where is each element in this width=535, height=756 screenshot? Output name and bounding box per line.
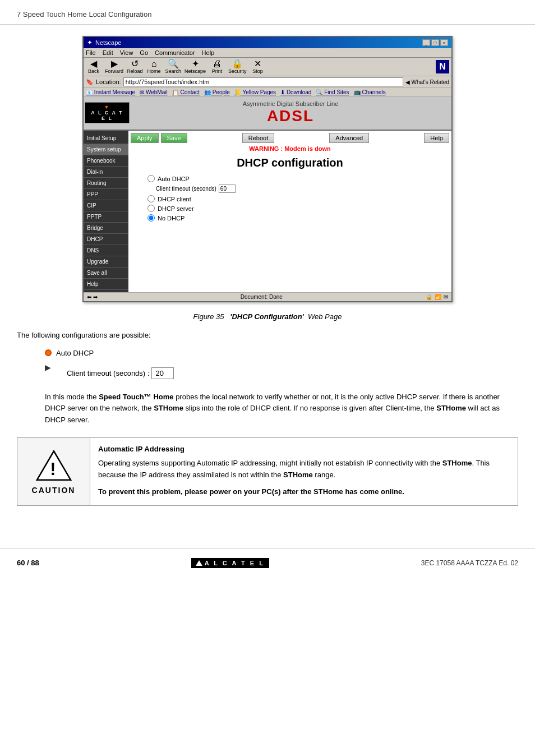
menu-edit[interactable]: Edit	[103, 49, 113, 56]
advanced-button[interactable]: Advanced	[329, 133, 369, 143]
timeout-doc-value: 20	[151, 367, 174, 379]
sidebar-item-upgrade[interactable]: Upgrade	[84, 256, 128, 268]
arrow-icon: ▶	[45, 363, 51, 372]
bookmark-people[interactable]: 👥 People	[204, 89, 230, 95]
status-text: Document: Done	[241, 294, 283, 300]
location-input[interactable]	[123, 77, 403, 86]
status-icons: 🔒 📶 ✉	[426, 294, 448, 300]
adsl-banner: ▼ A L C A T E L Asymmetric Digital Subsc…	[84, 97, 451, 131]
radio-input-dhcp-client[interactable]	[147, 195, 155, 202]
bookmark-webmail[interactable]: ✉ WebMail	[140, 89, 168, 95]
sidebar-item-pptp[interactable]: PPTP	[84, 211, 128, 223]
security-button[interactable]: 🔒 Security	[228, 59, 247, 74]
caution-triangle-icon: !	[34, 449, 73, 482]
sidebar-item-system-setup[interactable]: System setup	[84, 144, 128, 155]
bookmark-instant-message[interactable]: 📧 Instant Message	[86, 89, 135, 95]
status-lock-icon: 🔒	[426, 294, 432, 300]
status-misc-icon: ✉	[444, 294, 448, 300]
caution-body-text: Operating systems supporting Automatic I…	[98, 458, 510, 481]
nav-back-status: ⬅ ➡	[87, 294, 98, 300]
page-header-text: 7 Speed Touch Home Local Configuration	[17, 10, 151, 19]
auto-dhcp-label: Auto DHCP	[158, 176, 190, 182]
caution-sthome-bold-2: STHome	[283, 471, 313, 479]
menu-communicator[interactable]: Communicator	[155, 49, 195, 56]
forward-button[interactable]: ▶ Forward	[105, 59, 123, 74]
sidebar-item-initial-setup[interactable]: Initial Setup	[84, 133, 128, 144]
radio-input-no-dhcp[interactable]	[147, 214, 155, 222]
search-icon: 🔍	[168, 59, 179, 68]
bookmark-find-sites[interactable]: 🔍 Find Sites	[316, 89, 349, 95]
browser-toolbar: ◀ Back ▶ Forward ↺ Reload ⌂ Home 🔍 Searc…	[84, 58, 451, 76]
menu-go[interactable]: Go	[140, 49, 148, 56]
timeout-doc-label: Client timeout (seconds) :	[67, 369, 149, 377]
window-controls[interactable]: _ □ ×	[422, 39, 448, 46]
search-button[interactable]: 🔍 Search	[165, 59, 182, 74]
dhcp-server-label: DHCP server	[158, 205, 194, 212]
menu-file[interactable]: File	[86, 49, 96, 56]
print-button[interactable]: 🖨 Print	[209, 59, 225, 74]
bookmark-channels[interactable]: 📺 Channels	[354, 89, 386, 95]
home-label: Home	[147, 68, 161, 74]
sidebar-item-dhcp[interactable]: DHCP	[84, 234, 128, 245]
apply-button[interactable]: Apply	[131, 133, 159, 143]
sidebar-item-ppp[interactable]: PPP	[84, 189, 128, 200]
dhcp-doc-section: Auto DHCP ▶ Client timeout (seconds) : 2…	[45, 349, 518, 384]
whats-related-label: ◀ What's Related	[405, 79, 449, 85]
browser-title: Netscape	[95, 39, 121, 46]
bookmark-yellow-pages[interactable]: 📒 Yellow Pages	[234, 89, 276, 95]
close-button[interactable]: ×	[440, 39, 448, 46]
bookmarks-bar: 📧 Instant Message ✉ WebMail 📋 Contact 👥 …	[84, 88, 451, 97]
radio-input-dhcp-server[interactable]	[147, 205, 155, 212]
radio-dhcp-client[interactable]: DHCP client	[147, 195, 449, 202]
caution-text-area: Automatic IP Addressing Operating system…	[90, 438, 518, 505]
netscape-icon: ✦	[87, 39, 93, 47]
sidebar-item-help[interactable]: Help	[84, 279, 128, 290]
adsl-title: ADSL	[131, 107, 450, 125]
menu-help[interactable]: Help	[202, 49, 215, 56]
doc-reference: 3EC 17058 AAAA TCZZA Ed. 02	[421, 559, 518, 567]
help-button[interactable]: Help	[424, 133, 449, 143]
back-icon: ◀	[90, 59, 97, 68]
radio-no-dhcp[interactable]: No DHCP	[147, 214, 449, 222]
maximize-button[interactable]: □	[431, 39, 439, 46]
timeout-doc-row: ▶ Client timeout (seconds) : 20	[45, 363, 518, 384]
alcatel-triangle-icon	[196, 560, 202, 566]
menu-view[interactable]: View	[120, 49, 133, 56]
radio-input-auto-dhcp[interactable]	[147, 175, 155, 182]
netscape-logo: N	[436, 60, 449, 73]
timeout-doc-section: Client timeout (seconds) : 20	[67, 367, 174, 379]
action-bar: Apply Save Reboot Advanced Help	[131, 133, 449, 143]
back-button[interactable]: ◀ Back	[86, 59, 102, 74]
sidebar-item-dial-in[interactable]: Dial-in	[84, 167, 128, 178]
banner-subtitle: Asymmetric Digital Subscriber Line	[131, 100, 450, 107]
netscape-button[interactable]: ✦ Netscape	[185, 59, 206, 74]
svg-text:!: !	[50, 459, 56, 479]
bookmark-contact[interactable]: 📋 Contact	[172, 89, 200, 95]
radio-dhcp-server[interactable]: DHCP server	[147, 205, 449, 212]
reboot-button[interactable]: Reboot	[242, 133, 274, 143]
dhcp-options: Auto DHCP Client timeout (seconds) DHCP …	[131, 175, 449, 222]
bookmark-download[interactable]: ⬇ Download	[280, 89, 311, 95]
sthome-bold-1: STHome	[154, 404, 183, 412]
sidebar-item-dns[interactable]: DNS	[84, 245, 128, 256]
sidebar-item-save-all[interactable]: Save all	[84, 268, 128, 279]
auto-dhcp-text: Auto DHCP	[56, 349, 94, 357]
reload-button[interactable]: ↺ Reload	[127, 59, 143, 74]
figure-caption: Figure 35 'DHCP Configuration' Web Page	[17, 312, 518, 321]
stop-button[interactable]: ✕ Stop	[250, 59, 266, 74]
sidebar-item-routing[interactable]: Routing	[84, 178, 128, 189]
sidebar-item-bridge[interactable]: Bridge	[84, 223, 128, 234]
figure-caption-text: 'DHCP Configuration'	[230, 312, 303, 321]
sidebar-item-phonebook[interactable]: Phonebook	[84, 155, 128, 167]
minimize-button[interactable]: _	[422, 39, 430, 46]
sidebar-item-cip[interactable]: CIP	[84, 200, 128, 211]
stop-label: Stop	[252, 68, 263, 74]
alcatel-logo: ▼ A L C A T E L	[85, 102, 130, 123]
radio-auto-dhcp[interactable]: Auto DHCP	[147, 175, 449, 182]
home-button[interactable]: ⌂ Home	[146, 59, 162, 74]
caution-sthome-bold-1: STHome	[442, 459, 472, 467]
page-number: 60 / 88	[17, 559, 39, 567]
save-button[interactable]: Save	[161, 133, 187, 143]
figure-number: Figure 35	[193, 312, 224, 321]
timeout-input[interactable]	[219, 185, 236, 193]
